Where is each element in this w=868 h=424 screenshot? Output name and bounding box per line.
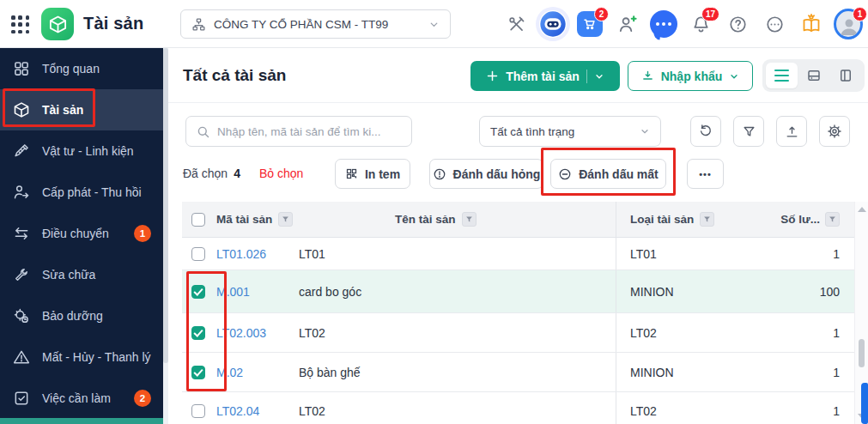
chat-icon[interactable] bbox=[649, 9, 678, 39]
sidebar-item-label: Sửa chữa bbox=[42, 268, 95, 282]
sidebar-item-maintenance[interactable]: Bảo dưỡng bbox=[0, 295, 163, 336]
sidebar-item-overview[interactable]: Tổng quan bbox=[0, 48, 163, 89]
asset-qty: 1 bbox=[777, 366, 854, 379]
gear-icon bbox=[827, 124, 842, 139]
search-input[interactable] bbox=[217, 125, 402, 138]
download-icon bbox=[641, 70, 654, 82]
row-checkbox[interactable] bbox=[191, 404, 205, 418]
assistant-robot-icon[interactable] bbox=[538, 9, 568, 39]
more-options-icon[interactable] bbox=[760, 9, 789, 39]
scrollbar-thumb[interactable] bbox=[859, 339, 865, 367]
column-filter-icon[interactable] bbox=[462, 212, 476, 227]
sidebar-bottom-accent bbox=[0, 418, 163, 424]
column-header-name: Tên tài sản bbox=[395, 213, 456, 226]
company-selector[interactable]: CÔNG TY CỔ PHẦN CSM - TT99 bbox=[180, 9, 451, 39]
table-row[interactable]: M.02 Bộ bàn ghế MINION 1 bbox=[182, 353, 854, 392]
sidebar-item-label: Tổng quan bbox=[42, 62, 100, 76]
asset-code-link[interactable]: M.001 bbox=[215, 285, 299, 299]
table-row[interactable]: LT02.003 LT02 LT02 1 bbox=[182, 313, 854, 353]
asset-code-link[interactable]: LT01.026 bbox=[215, 247, 299, 261]
asset-name: LT01 bbox=[299, 247, 616, 261]
import-label: Nhập khẩu bbox=[661, 70, 723, 83]
settings-button[interactable] bbox=[819, 116, 850, 147]
asset-code-link[interactable]: LT02.003 bbox=[215, 326, 299, 340]
refresh-button[interactable] bbox=[690, 116, 721, 147]
user-avatar[interactable]: 1 bbox=[834, 9, 863, 39]
notification-badge: 17 bbox=[701, 7, 719, 21]
view-card-button[interactable] bbox=[798, 63, 829, 88]
invite-user-icon[interactable] bbox=[612, 9, 641, 39]
sidebar-item-repair[interactable]: Sửa chữa bbox=[0, 254, 163, 295]
sitemap-icon bbox=[191, 17, 206, 32]
avatar-badge: 1 bbox=[853, 7, 867, 21]
asset-type: LT02 bbox=[616, 392, 777, 424]
assets-table: Mã tài sản Tên tài sản Loại tài sản Số l… bbox=[182, 202, 854, 424]
sidebar-scrollbar[interactable] bbox=[163, 48, 168, 424]
deselect-link[interactable]: Bỏ chọn bbox=[259, 167, 303, 180]
app-title: Tài sản bbox=[83, 14, 143, 33]
help-icon[interactable] bbox=[723, 9, 752, 39]
mark-lost-button[interactable]: Đánh dấu mất bbox=[550, 159, 666, 189]
app-launcher-icon[interactable] bbox=[11, 15, 30, 34]
column-filter-icon[interactable] bbox=[825, 212, 840, 227]
todo-check-icon bbox=[13, 390, 30, 407]
exclamation-circle-icon bbox=[433, 167, 446, 181]
row-checkbox[interactable] bbox=[191, 326, 205, 340]
export-button[interactable] bbox=[776, 116, 807, 147]
asset-name: LT02 bbox=[299, 404, 616, 418]
ellipsis-icon: ••• bbox=[699, 169, 712, 179]
sidebar-item-lost-disposal[interactable]: Mất - Hủy - Thanh lý bbox=[0, 336, 163, 378]
sidebar-item-assets[interactable]: Tài sản bbox=[0, 89, 163, 130]
more-actions-button[interactable]: ••• bbox=[687, 159, 724, 189]
card-view-icon bbox=[806, 68, 822, 83]
guide-book-icon[interactable] bbox=[797, 9, 826, 39]
asset-type: MINION bbox=[616, 270, 777, 312]
status-filter-select[interactable]: Tất cả tình trạng bbox=[479, 116, 661, 147]
chevron-down-icon bbox=[428, 19, 440, 30]
notification-bell-icon[interactable]: 17 bbox=[686, 9, 715, 39]
scroll-up-arrow[interactable] bbox=[858, 207, 866, 212]
row-checkbox[interactable] bbox=[191, 366, 205, 379]
asset-code-link[interactable]: LT02.04 bbox=[215, 404, 299, 418]
sidebar-item-todo[interactable]: Việc cần làm 2 bbox=[0, 378, 163, 419]
sidebar-item-transfer[interactable]: Điều chuyển 1 bbox=[0, 213, 163, 254]
mark-broken-label: Đánh dấu hỏng bbox=[453, 167, 541, 181]
sidebar-item-label: Việc cần làm bbox=[42, 391, 111, 405]
select-all-checkbox[interactable] bbox=[191, 213, 205, 227]
cube-icon bbox=[13, 101, 30, 118]
edge-scrollbar-thumb[interactable] bbox=[861, 383, 868, 424]
chevron-down-icon[interactable] bbox=[594, 71, 604, 82]
view-list-button[interactable] bbox=[766, 63, 798, 88]
import-button[interactable]: Nhập khẩu bbox=[628, 61, 753, 91]
print-label-button[interactable]: In tem bbox=[335, 159, 410, 189]
column-filter-icon[interactable] bbox=[278, 212, 293, 227]
row-checkbox[interactable] bbox=[191, 285, 205, 299]
sidebar-item-supplies[interactable]: Vật tư - Linh kiện bbox=[0, 130, 163, 172]
cart-icon[interactable]: 2 bbox=[575, 9, 604, 39]
asset-name: LT02 bbox=[299, 326, 616, 340]
table-row[interactable]: LT01.026 LT01 LT01 1 bbox=[182, 238, 854, 270]
wrench-icon bbox=[13, 266, 30, 283]
cart-badge: 2 bbox=[594, 7, 609, 21]
mark-broken-button[interactable]: Đánh dấu hỏng bbox=[429, 159, 543, 189]
button-divider bbox=[586, 70, 587, 83]
plus-icon bbox=[486, 70, 499, 82]
swap-arrows-icon bbox=[13, 225, 30, 242]
sidebar-item-label: Cấp phát - Thu hồi bbox=[42, 185, 142, 199]
print-label: In tem bbox=[365, 167, 400, 181]
panel-view-icon-button[interactable] bbox=[829, 63, 861, 88]
column-filter-icon[interactable] bbox=[700, 212, 714, 227]
sidebar-item-allocation[interactable]: Cấp phát - Thu hồi bbox=[0, 172, 163, 213]
table-row[interactable]: LT02.04 LT02 LT02 1 bbox=[182, 392, 854, 424]
asset-code-link[interactable]: M.02 bbox=[215, 366, 299, 379]
sidebar: Tổng quan Tài sản Vật tư - Linh kiện Cấp… bbox=[0, 48, 163, 424]
company-name: CÔNG TY CỔ PHẦN CSM - TT99 bbox=[214, 18, 421, 31]
add-asset-button[interactable]: Thêm tài sản bbox=[470, 61, 620, 91]
topbar-icon-row: 2 17 1 bbox=[501, 0, 863, 48]
search-icon bbox=[196, 124, 210, 139]
table-row[interactable]: M.001 card bo góc MINION 100 bbox=[182, 270, 854, 313]
row-checkbox[interactable] bbox=[191, 247, 205, 261]
tools-icon[interactable] bbox=[501, 9, 531, 39]
filter-button[interactable] bbox=[733, 116, 764, 147]
funnel-icon bbox=[742, 124, 756, 139]
